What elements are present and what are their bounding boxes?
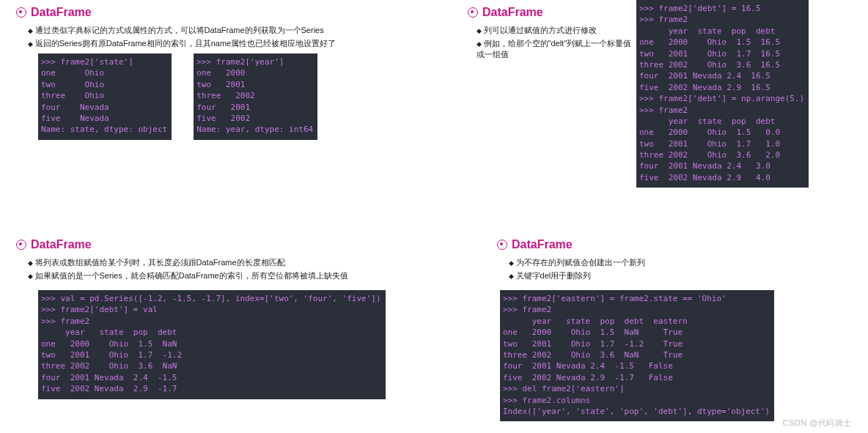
heading: DataFrame (497, 238, 864, 251)
target-icon (16, 240, 26, 250)
code-block: >>> frame2['eastern'] = frame2.state == … (500, 290, 774, 421)
bullet-item: 列可以通过赋值的方式进行修改 (477, 25, 636, 36)
heading: DataFrame (468, 6, 636, 19)
target-icon (497, 240, 507, 250)
bullet-item: 关键字del用于删除列 (509, 270, 864, 281)
heading-text: DataFrame (512, 238, 573, 251)
target-icon (16, 7, 26, 18)
section-dataframe-1: DataFrame 通过类似字典标记的方式或属性的方式，可以将DataFrame… (16, 6, 427, 140)
bullet-list: 为不存在的列赋值会创建出一个新列 关键字del用于删除列 (509, 257, 864, 281)
heading-text: DataFrame (31, 238, 92, 251)
bullet-item: 为不存在的列赋值会创建出一个新列 (509, 257, 864, 268)
code-block: >>> val = pd.Series([-1.2, -1.5, -1.7], … (38, 290, 386, 399)
code-block: >>> frame2['state'] one Ohio two Ohio th… (38, 53, 172, 140)
bullet-item: 返回的Series拥有原DataFrame相同的索引，且其name属性也已经被相… (28, 38, 427, 49)
bullet-item: 将列表或数组赋值给某个列时，其长度必须跟DataFrame的长度相匹配 (28, 257, 493, 268)
section-dataframe-2: DataFrame 列可以通过赋值的方式进行修改 例如，给那个空的"delt"列… (468, 0, 864, 188)
code-block: >>> frame2['year'] one 2000 two 2001 thr… (194, 53, 317, 140)
watermark: CSDN @代码骑士 (783, 418, 852, 429)
bullet-list: 列可以通过赋值的方式进行修改 例如，给那个空的"delt"列赋上一个标量值或一组… (477, 25, 636, 60)
code-row: >>> frame2['state'] one Ohio two Ohio th… (38, 53, 427, 140)
bullet-item: 通过类似字典标记的方式或属性的方式，可以将DataFrame的列获取为一个Ser… (28, 25, 427, 36)
target-icon (468, 7, 478, 18)
heading-text: DataFrame (482, 6, 543, 19)
bullet-list: 通过类似字典标记的方式或属性的方式，可以将DataFrame的列获取为一个Ser… (28, 25, 427, 49)
bullet-item: 如果赋值的是一个Series，就会精确匹配DataFrame的索引，所有空位都将… (28, 270, 493, 281)
bullet-item: 例如，给那个空的"delt"列赋上一个标量值或一组值 (477, 38, 636, 60)
bullet-list: 将列表或数组赋值给某个列时，其长度必须跟DataFrame的长度相匹配 如果赋值… (28, 257, 493, 281)
heading-text: DataFrame (31, 6, 92, 19)
code-block: >>> frame2['debt'] = 16.5 >>> frame2 yea… (636, 0, 809, 188)
section-dataframe-4: DataFrame 为不存在的列赋值会创建出一个新列 关键字del用于删除列 >… (497, 238, 864, 421)
section-dataframe-3: DataFrame 将列表或数组赋值给某个列时，其长度必须跟DataFrame的… (16, 238, 493, 399)
heading: DataFrame (16, 6, 427, 19)
heading: DataFrame (16, 238, 493, 251)
